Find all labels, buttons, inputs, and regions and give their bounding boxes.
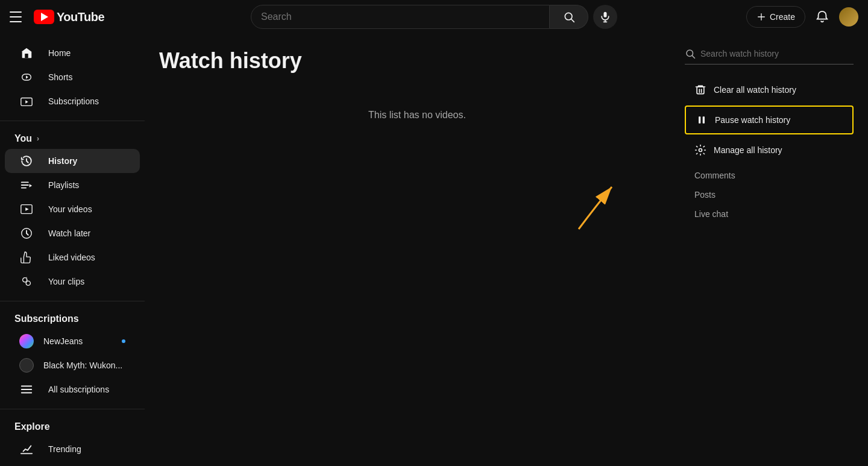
search-button[interactable]: [550, 5, 588, 29]
main-content: Watch history This list has no videos.: [145, 34, 675, 466]
search-bar: [251, 5, 588, 29]
black-myth-label: Black Myth: Wukon...: [43, 361, 122, 370]
sidebar-item-watch-later-label: Watch later: [48, 228, 90, 238]
plus-icon: [756, 12, 766, 22]
sidebar-item-black-myth[interactable]: Black Myth: Wukon...: [5, 353, 140, 377]
search-input[interactable]: [261, 11, 539, 22]
right-panel: Clear all watch history Pause watch hist…: [675, 34, 868, 466]
history-icon: [19, 154, 34, 168]
svg-marker-12: [30, 184, 33, 187]
svg-rect-2: [604, 12, 607, 17]
sidebar-item-your-videos-label: Your videos: [48, 204, 92, 214]
manage-history-button[interactable]: Manage all history: [685, 137, 854, 163]
pause-icon: [696, 114, 708, 126]
sidebar-item-trending[interactable]: Trending: [5, 437, 140, 461]
topbar: YouTube: [0, 0, 868, 34]
sidebar-item-home[interactable]: Home: [5, 41, 140, 65]
logo-text: YouTube: [57, 10, 104, 24]
sidebar-item-liked-videos-label: Liked videos: [48, 253, 95, 262]
playlists-icon: [19, 178, 34, 192]
sidebar-item-all-subscriptions[interactable]: All subscriptions: [5, 377, 140, 401]
explore-section-label: Explore: [14, 421, 50, 432]
sidebar-item-your-clips-label: Your clips: [48, 277, 84, 286]
topbar-left: YouTube: [10, 10, 154, 24]
svg-point-28: [699, 149, 702, 152]
sidebar-divider-1: [0, 121, 145, 121]
sidebar-item-your-videos[interactable]: Your videos: [5, 197, 140, 221]
sidebar-item-subscriptions[interactable]: Subscriptions: [5, 89, 140, 113]
sidebar: Home Shorts Subscriptions: [0, 34, 145, 466]
subscriptions-section-title: Subscriptions: [0, 309, 145, 329]
notifications-button[interactable]: [810, 5, 834, 29]
you-chevron-icon: ›: [37, 134, 39, 143]
clear-history-label: Clear all watch history: [714, 85, 796, 95]
all-subscriptions-icon: [19, 382, 34, 397]
trending-icon: [19, 442, 34, 456]
bell-icon: [816, 10, 829, 24]
sidebar-item-history[interactable]: History: [5, 149, 140, 173]
sidebar-divider-3: [0, 409, 145, 409]
topbar-center: [154, 5, 714, 29]
live-chat-link[interactable]: Live chat: [685, 204, 854, 224]
liked-videos-icon: [19, 250, 34, 265]
svg-rect-27: [703, 116, 705, 124]
sidebar-item-watch-later[interactable]: Watch later: [5, 221, 140, 245]
sidebar-item-home-label: Home: [48, 48, 71, 58]
sidebar-item-playlists-label: Playlists: [48, 180, 79, 190]
layout: Home Shorts Subscriptions: [0, 34, 868, 466]
pause-history-button[interactable]: Pause watch history: [685, 105, 854, 134]
sidebar-divider-2: [0, 301, 145, 301]
sidebar-item-your-clips[interactable]: Your clips: [5, 269, 140, 294]
newjeans-unread-dot: [122, 339, 125, 343]
mic-icon: [599, 11, 611, 23]
menu-icon[interactable]: [10, 10, 24, 24]
avatar[interactable]: [839, 7, 858, 27]
svg-rect-23: [697, 87, 704, 94]
explore-section-title: Explore: [0, 417, 145, 437]
sidebar-item-liked-videos[interactable]: Liked videos: [5, 245, 140, 269]
sidebar-item-trending-label: Trending: [48, 444, 81, 454]
all-subscriptions-label: All subscriptions: [48, 385, 109, 394]
search-history-wrap: [685, 48, 854, 65]
sidebar-item-shorts[interactable]: Shorts: [5, 65, 140, 89]
you-section-label: You: [14, 133, 32, 144]
svg-rect-26: [699, 116, 700, 124]
search-icon: [563, 11, 575, 23]
your-videos-icon: [19, 202, 34, 216]
mic-button[interactable]: [593, 5, 617, 29]
manage-history-label: Manage all history: [714, 145, 782, 155]
create-button[interactable]: Create: [746, 6, 805, 28]
subscriptions-icon: [19, 94, 34, 109]
svg-line-1: [571, 19, 574, 22]
create-label: Create: [770, 12, 795, 22]
your-clips-icon: [19, 274, 34, 289]
pause-history-label: Pause watch history: [715, 115, 790, 125]
youtube-logo-icon: [34, 10, 54, 24]
gear-icon: [694, 144, 706, 156]
you-section-title[interactable]: You ›: [0, 128, 145, 149]
svg-rect-7: [25, 54, 28, 58]
newjeans-label: NewJeans: [43, 336, 83, 346]
empty-message: This list has no videos.: [159, 110, 675, 121]
trash-icon: [694, 84, 706, 96]
sidebar-item-subscriptions-label: Subscriptions: [48, 96, 99, 106]
search-history-icon: [685, 48, 696, 59]
shorts-icon: [19, 70, 34, 84]
comments-link[interactable]: Comments: [685, 166, 854, 185]
sidebar-item-playlists[interactable]: Playlists: [5, 173, 140, 197]
home-icon: [19, 46, 34, 60]
search-watch-history-input[interactable]: [700, 49, 854, 58]
topbar-right: Create: [714, 5, 858, 29]
sidebar-item-shorts-label: Shorts: [48, 72, 72, 82]
watch-later-icon: [19, 226, 34, 241]
clear-history-button[interactable]: Clear all watch history: [685, 77, 854, 103]
subscriptions-section-label: Subscriptions: [14, 313, 79, 324]
search-input-wrap: [251, 5, 550, 29]
black-myth-avatar: [19, 358, 34, 373]
posts-link[interactable]: Posts: [685, 185, 854, 204]
newjeans-avatar: [19, 334, 34, 348]
logo[interactable]: YouTube: [34, 10, 104, 24]
sidebar-item-newjeans[interactable]: NewJeans: [5, 329, 140, 353]
svg-line-22: [692, 55, 694, 58]
sidebar-item-history-label: History: [48, 156, 77, 166]
